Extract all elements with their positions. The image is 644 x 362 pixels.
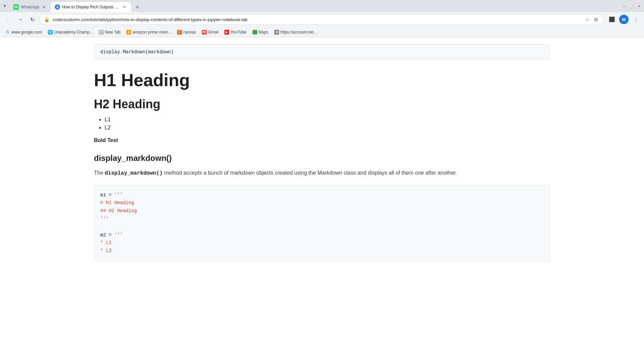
inline-code: display_markdown() [105,170,163,176]
code-top-text: display.Markdown(markdown) [100,49,173,55]
bookmark-youtube[interactable]: ▶ YouTube [222,28,249,36]
section-heading: display_markdown() [94,154,550,163]
whatsapp-tab-close[interactable]: ✕ [41,4,47,10]
youtube-bm-label: YouTube [230,30,246,35]
extensions-btn[interactable]: ⬛ [606,14,617,25]
bookmark-google[interactable]: G www.google.com [3,28,45,36]
list-item-l1: L1 [105,117,550,123]
url-text: coderzcolumn.com/tutorials/python/how-to… [53,17,581,22]
amazon-bm-label: amazon prime movi... [132,30,171,35]
code-line-6: m2 = ''' [100,231,544,239]
minimize-button[interactable]: — [622,4,627,8]
tabs-dropdown-btn[interactable]: ▼ [3,4,7,8]
code-line-1: m1 = ''' [100,191,544,199]
bullet-list: L1 L2 [94,117,550,131]
title-bar: ▼ W WhatsApp ✕ ● How to Display Rich Out… [0,0,644,12]
code-line-8: * L2 [100,247,544,255]
back-button[interactable]: ← [3,14,13,25]
maximize-button[interactable]: ⬜ [629,4,634,8]
forward-button[interactable]: → [15,14,25,25]
paragraph-before: The [94,170,105,176]
maps-bm-label: Maps [259,30,268,35]
bold-text: Bold Text [94,137,550,143]
bookmark-maps[interactable]: 📍 Maps [250,28,271,36]
tab-richoutputs[interactable]: ● How to Display Rich Outputs (in... ✕ [51,2,131,12]
paragraph-after: method accepts a bunch of markdown objec… [163,170,457,176]
whatsapp-tab-title: WhatsApp [21,5,39,9]
youtube-bm-favicon: ▶ [224,30,229,35]
chrome-window: ▼ W WhatsApp ✕ ● How to Display Rich Out… [0,0,644,362]
bookmark-unacademy[interactable]: U Unacademy Champ... [45,28,96,36]
page-content: display.Markdown(markdown) H1 Heading H2… [87,38,557,275]
bookmark-microsoft[interactable]: ⊞ https://account.mic... [272,28,320,36]
richoutputs-tab-title: How to Display Rich Outputs (in... [62,5,120,9]
code-line-4: ''' [100,215,544,223]
code-line-3: ## H2 Heading [100,207,544,215]
bookmark-newtab[interactable]: 🛡 New Tab [96,28,123,36]
bookmark-star-icon[interactable]: ☆ [584,16,591,23]
code-line-2: # H1 Heading [100,199,544,207]
unacademy-bm-favicon: U [48,30,53,35]
lock-icon: 🔒 [43,16,50,23]
unacademy-bm-label: Unacademy Champ... [54,30,93,35]
newtab-bm-favicon: 🛡 [99,30,104,35]
list-item-l2: L2 [105,125,550,131]
h2-heading: H2 Heading [94,97,550,111]
google-bm-favicon: G [5,30,10,35]
h1-heading: H1 Heading [94,70,550,90]
newtab-bm-label: New Tab [105,30,120,35]
ms-bm-favicon: ⊞ [274,30,279,35]
profile-btn[interactable]: M [619,14,629,25]
amazon-bm-favicon: a [126,30,131,35]
maps-bm-favicon: 📍 [253,30,257,35]
code-line-5 [100,223,544,231]
tab-whatsapp[interactable]: W WhatsApp ✕ [9,2,51,12]
google-bm-label: www.google.com [11,30,42,35]
more-menu-btn[interactable]: ⋮ [631,14,641,25]
bookmark-amazon[interactable]: a amazon prime movi... [124,28,174,36]
whatsapp-favicon: W [13,4,19,10]
address-bar[interactable]: 🔒 coderzcolumn.com/tutorials/python/how-… [39,14,604,25]
canvas-bm-label: canvas [183,30,196,35]
reload-button[interactable]: ↻ [27,14,38,25]
tabs-area: W WhatsApp ✕ ● How to Display Rich Outpu… [9,0,619,12]
bookmark-gmail[interactable]: M Gmail [199,28,221,36]
extension-icon[interactable]: ⊞ [593,16,599,23]
new-tab-button[interactable]: + [132,3,142,12]
bookmarks-bar: G www.google.com U Unacademy Champ... 🛡 … [0,27,644,38]
richoutputs-tab-close[interactable]: ✕ [122,4,127,10]
gmail-bm-favicon: M [202,30,207,35]
code-line-7: * L1 [100,239,544,247]
gmail-bm-label: Gmail [208,30,218,35]
right-toolbar: ⬛ M ⋮ [606,14,641,25]
close-button[interactable]: ✕ [637,4,641,8]
window-controls: — ⬜ ✕ [622,4,641,8]
avatar[interactable]: M [619,15,629,24]
richoutputs-favicon: ● [55,4,60,10]
address-bar-row: ← → ↻ 🔒 coderzcolumn.com/tutorials/pytho… [0,12,644,27]
code-block-bottom: m1 = ''' # H1 Heading ## H2 Heading ''' … [94,185,550,261]
address-bar-icons: ☆ ⊞ [584,16,599,23]
code-block-top: display.Markdown(markdown) [94,44,550,60]
ms-bm-label: https://account.mic... [280,30,317,35]
paragraph: The display_markdown() method accepts a … [94,168,550,178]
bookmark-canvas[interactable]: C canvas [174,28,199,36]
browser-content: display.Markdown(markdown) H1 Heading H2… [0,38,644,362]
canvas-bm-favicon: C [177,30,182,35]
